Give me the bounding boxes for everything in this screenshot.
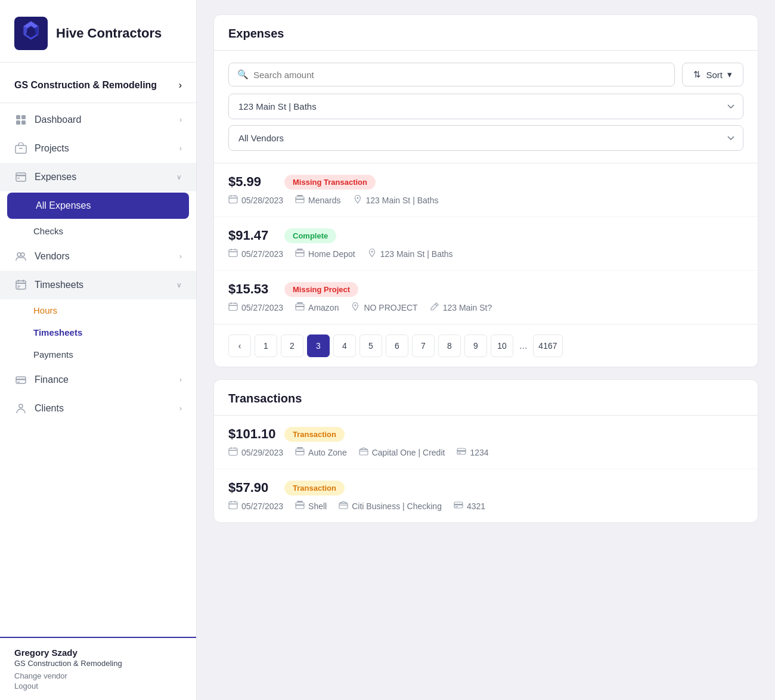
- sidebar-brand: Hive Contractors: [0, 0, 196, 60]
- pagination-page-8[interactable]: 8: [438, 334, 461, 357]
- expense-item-3[interactable]: $15.53 Missing Project 05/27/2023: [214, 271, 758, 324]
- sidebar-item-timesheets-sub[interactable]: Timesheets: [0, 321, 196, 343]
- svg-rect-40: [296, 252, 304, 253]
- svg-rect-6: [16, 115, 20, 119]
- sidebar-item-checks[interactable]: Checks: [0, 220, 196, 242]
- pagination-page-2[interactable]: 2: [281, 334, 303, 357]
- svg-rect-41: [297, 249, 303, 250]
- hours-label: Hours: [33, 305, 57, 315]
- expense-vendor-text-3: Amazon: [308, 303, 339, 312]
- vendor-filter-select[interactable]: All Vendors: [228, 125, 743, 151]
- dashboard-label: Dashboard: [35, 114, 172, 125]
- transaction-meta-2: 05/27/2023 Shell: [228, 500, 743, 512]
- pagination-page-5[interactable]: 5: [359, 334, 382, 357]
- sort-icon: ⇅: [693, 69, 701, 80]
- sort-label: Sort: [706, 70, 723, 80]
- sidebar-item-org[interactable]: GS Construction & Remodeling ›: [0, 70, 196, 100]
- transaction-date-1: 05/29/2023: [228, 447, 283, 458]
- svg-rect-33: [297, 195, 303, 196]
- expense-top-1: $5.99 Missing Transaction: [228, 174, 743, 190]
- sidebar-item-projects[interactable]: Projects ›: [0, 134, 196, 163]
- expense-location-2: 123 Main St | Baths: [367, 248, 453, 259]
- expense-meta-1: 05/28/2023 Menards: [228, 194, 743, 206]
- pagination-ellipsis: ...: [517, 340, 529, 351]
- all-expenses-label: All Expenses: [17, 200, 179, 211]
- sidebar-item-finance[interactable]: Finance ›: [0, 366, 196, 394]
- sidebar-item-dashboard[interactable]: Dashboard ›: [0, 106, 196, 134]
- expense-item-2[interactable]: $91.47 Complete 05/27/2023: [214, 217, 758, 271]
- pagination-last[interactable]: 4167: [533, 334, 562, 357]
- transaction-vendor-text-2: Shell: [308, 501, 327, 511]
- clients-icon: [14, 402, 27, 415]
- sort-button[interactable]: ⇅ Sort ▾: [682, 63, 743, 86]
- expenses-icon: [14, 171, 27, 184]
- expenses-chevron-icon: ∨: [176, 173, 182, 181]
- search-input[interactable]: [253, 70, 666, 80]
- svg-rect-19: [18, 280, 19, 282]
- svg-rect-13: [16, 175, 26, 176]
- svg-rect-20: [23, 280, 24, 282]
- sidebar-item-clients[interactable]: Clients ›: [0, 394, 196, 423]
- transactions-card: Transactions $101.10 Transaction: [213, 379, 758, 523]
- transaction-card-2: 4321: [454, 500, 485, 512]
- sidebar-item-timesheets-parent[interactable]: Timesheets ∨: [0, 271, 196, 299]
- sidebar-item-expenses[interactable]: Expenses ∨: [0, 163, 196, 191]
- expense-meta-3: 05/27/2023 Amazon: [228, 302, 743, 313]
- pagination-page-6[interactable]: 6: [386, 334, 408, 357]
- svg-rect-56: [296, 451, 304, 452]
- expense-vendor-2: Home Depot: [295, 248, 355, 259]
- expense-amount-2: $91.47: [228, 228, 276, 243]
- change-vendor-link[interactable]: Change vendor: [14, 671, 182, 680]
- expense-item-1[interactable]: $5.99 Missing Transaction 05/28/2023: [214, 163, 758, 217]
- dashboard-chevron-icon: ›: [179, 116, 182, 124]
- svg-rect-67: [296, 504, 304, 506]
- timesheets-icon: [14, 278, 27, 292]
- t-vendor-icon-2: [295, 500, 305, 512]
- pagination-prev[interactable]: ‹: [228, 334, 251, 357]
- transaction-bank-text-1: Capital One | Credit: [372, 448, 445, 457]
- t-card-icon-2: [454, 500, 463, 512]
- svg-rect-69: [339, 503, 348, 509]
- calendar-icon-1: [228, 194, 238, 206]
- projects-chevron-icon: ›: [179, 144, 182, 153]
- sidebar-item-all-expenses[interactable]: All Expenses: [7, 193, 189, 219]
- expense-date-text-1: 05/28/2023: [241, 196, 283, 205]
- expense-location-3: NO PROJECT: [351, 302, 417, 313]
- expenses-filter-area: 🔍 ⇅ Sort ▾ 123 Main St | Baths All Vendo…: [214, 51, 758, 163]
- logout-link[interactable]: Logout: [14, 682, 182, 690]
- svg-rect-9: [21, 120, 26, 125]
- sidebar-top-divider: [0, 62, 196, 63]
- svg-rect-60: [457, 450, 466, 452]
- search-box[interactable]: 🔍: [228, 63, 675, 86]
- checks-label: Checks: [33, 226, 63, 236]
- dashboard-icon: [14, 113, 27, 126]
- svg-rect-63: [229, 504, 237, 505]
- transaction-date-text-2: 05/27/2023: [241, 501, 283, 511]
- expense-date-text-3: 05/27/2023: [241, 303, 283, 312]
- svg-rect-44: [229, 305, 237, 306]
- project-filter-select[interactable]: 123 Main St | Baths: [228, 94, 743, 119]
- transaction-date-2: 05/27/2023: [228, 500, 283, 512]
- pagination-page-4[interactable]: 4: [333, 334, 356, 357]
- pagination-page-7[interactable]: 7: [412, 334, 435, 357]
- transaction-item-1[interactable]: $101.10 Transaction 05/29/2023: [214, 416, 758, 469]
- expense-vendor-3: Amazon: [295, 302, 339, 313]
- sidebar-item-payments[interactable]: Payments: [0, 343, 196, 366]
- pagination-page-9[interactable]: 9: [464, 334, 487, 357]
- sidebar-nav-divider: [0, 103, 196, 103]
- svg-rect-37: [231, 249, 232, 250]
- transaction-bank-2: Citi Business | Checking: [339, 500, 442, 512]
- pagination-page-10[interactable]: 10: [491, 334, 513, 357]
- svg-rect-36: [229, 252, 237, 253]
- transaction-item-2[interactable]: $57.90 Transaction 05/27/2023: [214, 469, 758, 522]
- expense-badge-1: Missing Transaction: [284, 175, 376, 190]
- svg-rect-46: [235, 302, 236, 304]
- pagination-page-1[interactable]: 1: [255, 334, 277, 357]
- pagination-page-3[interactable]: 3: [307, 334, 330, 357]
- sidebar-item-hours[interactable]: Hours: [0, 299, 196, 321]
- expenses-card: Expenses 🔍 ⇅ Sort ▾ 123 Main St | Baths: [213, 14, 758, 367]
- timesheets-chevron-icon: ∨: [176, 281, 182, 289]
- sidebar-item-vendors[interactable]: Vendors ›: [0, 242, 196, 271]
- projects-icon: [14, 142, 27, 155]
- expense-amount-3: $15.53: [228, 281, 276, 297]
